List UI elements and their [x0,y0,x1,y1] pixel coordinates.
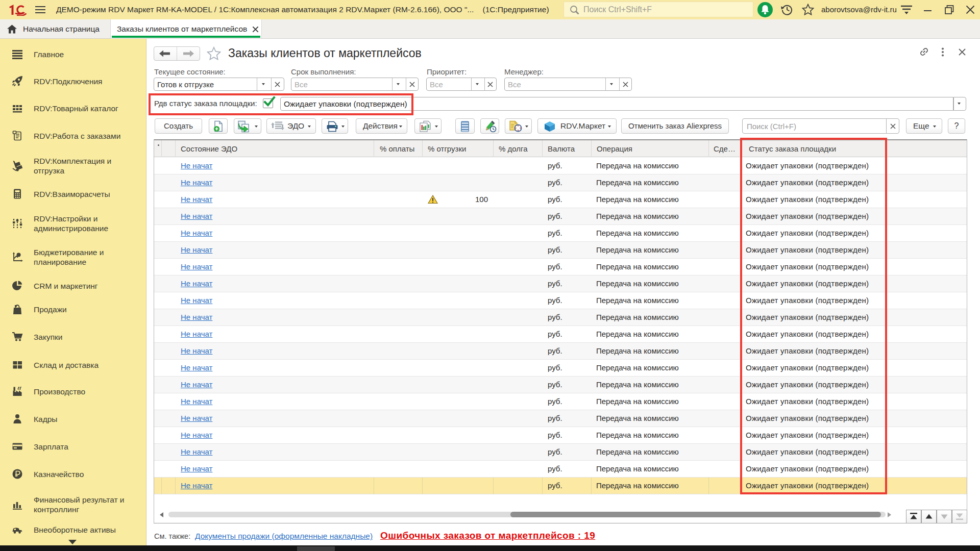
svg-text:e: e [18,253,20,257]
